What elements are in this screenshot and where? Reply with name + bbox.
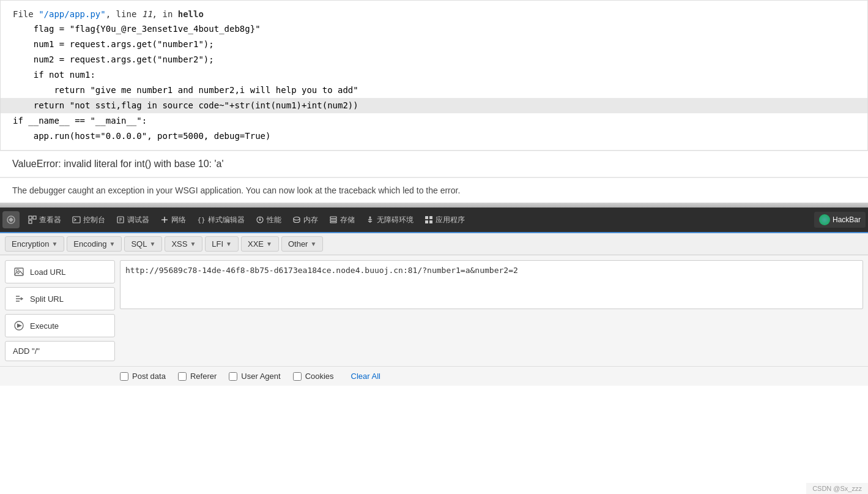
- code-line-8: app.run(host="0.0.0.0", port=5000, debug…: [1, 129, 867, 144]
- url-input[interactable]: [120, 260, 863, 309]
- cookies-checkbox[interactable]: [293, 372, 302, 381]
- code-line-5: return "give me number1 and number2,i wi…: [1, 83, 867, 98]
- accessibility-icon: [366, 215, 374, 224]
- code-line-1: flag = "flag{Y0u_@re_3enset1ve_4bout_deb…: [1, 21, 867, 37]
- svg-point-13: [369, 217, 371, 219]
- tab-debugger[interactable]: 调试器: [111, 212, 154, 228]
- apps-icon: [425, 215, 433, 224]
- svg-rect-16: [425, 220, 428, 223]
- menu-encryption[interactable]: Encryption ▼: [5, 236, 64, 252]
- svg-rect-3: [29, 220, 32, 223]
- svg-point-9: [294, 217, 300, 220]
- hackbar-panel: Encryption ▼ Encoding ▼ SQL ▼ XSS ▼ LFI …: [0, 232, 868, 386]
- add-slash-button[interactable]: ADD "/": [5, 341, 115, 361]
- svg-rect-18: [15, 268, 23, 275]
- hackbar-buttons: Load URL Split URL Execu: [5, 260, 115, 361]
- tab-console[interactable]: 控制台: [67, 212, 110, 228]
- tab-accessibility[interactable]: 无障碍环境: [361, 212, 418, 228]
- user-agent-checkbox[interactable]: [229, 372, 237, 381]
- menu-xss[interactable]: XSS ▼: [165, 236, 202, 252]
- chevron-down-icon-3: ▼: [149, 241, 155, 247]
- code-file-line: File "/app/app.py", line 11, in hello: [1, 7, 867, 21]
- chevron-down-icon: ▼: [51, 241, 57, 247]
- style-editor-icon: {}: [197, 215, 206, 224]
- svg-rect-10: [330, 217, 336, 219]
- status-bar: CSDN @Sx_zzz: [806, 483, 868, 494]
- menu-sql[interactable]: SQL ▼: [124, 236, 162, 252]
- menu-other[interactable]: Other ▼: [281, 236, 323, 252]
- debugger-icon: [116, 215, 125, 224]
- execute-button[interactable]: Execute: [5, 314, 115, 337]
- referer-check[interactable]: Referer: [178, 372, 217, 381]
- clear-all-button[interactable]: Clear All: [351, 372, 380, 381]
- hackbar-content: Load URL Split URL Execu: [0, 255, 868, 366]
- post-data-check[interactable]: Post data: [120, 372, 166, 381]
- user-agent-check[interactable]: User Agent: [229, 372, 280, 381]
- execute-icon: [13, 320, 25, 332]
- load-url-button[interactable]: Load URL: [5, 260, 115, 283]
- performance-icon: [256, 215, 264, 224]
- chevron-down-icon-4: ▼: [190, 241, 196, 247]
- code-line-3: num2 = request.args.get("number2");: [1, 52, 867, 67]
- code-line-4: if not num1:: [1, 67, 867, 83]
- post-data-checkbox[interactable]: [120, 372, 128, 381]
- tab-memory[interactable]: 内存: [287, 212, 323, 228]
- devtools-bar: 查看器 控制台 调试器 网络 {} 样式编辑器: [0, 208, 868, 232]
- svg-rect-12: [330, 222, 336, 223]
- hackbar-tab[interactable]: HackBar: [814, 212, 866, 228]
- code-area: File "/app/app.py", line 11, in hello fl…: [0, 0, 868, 151]
- referer-checkbox[interactable]: [178, 372, 187, 381]
- wsgi-message: The debugger caught an exception in your…: [0, 178, 868, 203]
- tab-network[interactable]: 网络: [155, 212, 191, 228]
- menu-lfi[interactable]: LFI ▼: [205, 236, 239, 252]
- code-line-2: num1 = request.args.get("number1");: [1, 37, 867, 52]
- code-line-7: if __name__ == "__main__":: [1, 113, 867, 129]
- storage-icon: [329, 215, 338, 224]
- svg-point-6: [164, 219, 166, 221]
- file-link[interactable]: "/app/app.py": [39, 9, 106, 19]
- tab-inspector[interactable]: 查看器: [23, 212, 66, 228]
- load-url-icon: [13, 266, 25, 278]
- cookies-check[interactable]: Cookies: [293, 372, 334, 381]
- chevron-down-icon-7: ▼: [310, 241, 316, 247]
- split-url-button[interactable]: Split URL: [5, 287, 115, 310]
- chevron-down-icon-6: ▼: [266, 241, 272, 247]
- url-area: [120, 260, 863, 312]
- chevron-down-icon-5: ▼: [226, 241, 232, 247]
- tab-performance[interactable]: 性能: [251, 212, 286, 228]
- network-icon: [160, 215, 169, 224]
- tab-style-editor[interactable]: {} 样式编辑器: [192, 212, 250, 228]
- svg-rect-1: [29, 216, 32, 219]
- svg-point-19: [17, 269, 19, 272]
- hackbar-logo-icon: [819, 214, 830, 225]
- svg-rect-11: [330, 219, 336, 221]
- code-line-highlighted: return "not ssti,flag in source code~"+s…: [1, 98, 867, 113]
- hackbar-checks: Post data Referer User Agent Cookies Cle…: [0, 366, 868, 386]
- svg-rect-2: [33, 216, 36, 219]
- menu-xxe[interactable]: XXE ▼: [241, 236, 279, 252]
- hackbar-menu: Encryption ▼ Encoding ▼ SQL ▼ XSS ▼ LFI …: [0, 233, 868, 255]
- svg-rect-15: [429, 216, 432, 219]
- tab-apps[interactable]: 应用程序: [420, 212, 470, 228]
- svg-point-8: [259, 219, 261, 221]
- console-icon: [72, 215, 81, 224]
- svg-rect-14: [425, 216, 428, 219]
- svg-rect-17: [429, 220, 432, 223]
- chevron-down-icon-2: ▼: [109, 241, 116, 247]
- error-line: ValueError: invalid literal for int() wi…: [0, 151, 868, 177]
- menu-encoding[interactable]: Encoding ▼: [67, 236, 122, 252]
- tab-storage[interactable]: 存储: [324, 212, 360, 228]
- devtools-logo: [2, 211, 20, 228]
- memory-icon: [292, 215, 301, 224]
- split-url-icon: [13, 293, 25, 305]
- inspector-icon: [28, 215, 37, 224]
